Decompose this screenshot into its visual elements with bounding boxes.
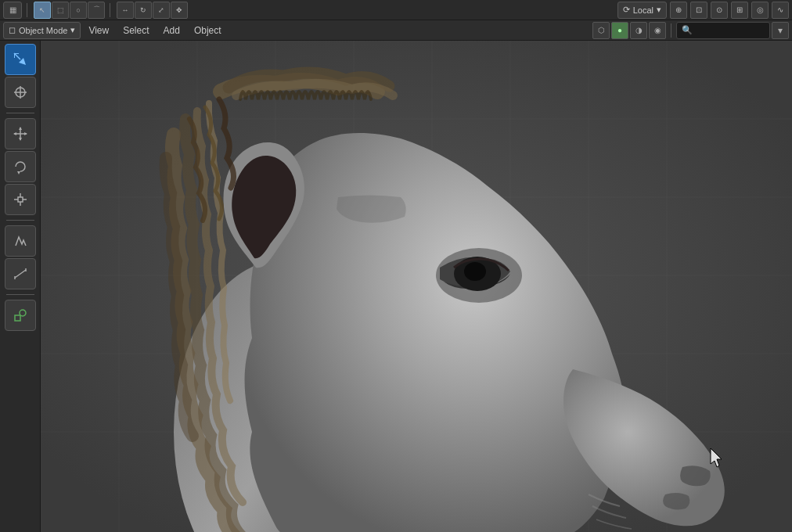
transform-orientation-dropdown[interactable]: ⟳ Local ▾ xyxy=(617,2,667,19)
toolbar-separator-3 xyxy=(6,294,34,295)
menu-add[interactable]: Add xyxy=(157,22,186,39)
scale-tool[interactable] xyxy=(5,184,36,215)
select-tools-group: ↖ ⬚ ○ ⌒ xyxy=(34,2,105,19)
svg-rect-19 xyxy=(15,315,20,321)
box-select-button[interactable]: ⬚ xyxy=(52,2,69,19)
move-tool[interactable] xyxy=(5,118,36,149)
solid-shading-button[interactable]: ● xyxy=(611,22,628,39)
cursor-tool[interactable] xyxy=(5,77,36,108)
viewport[interactable] xyxy=(41,41,792,532)
svg-line-16 xyxy=(15,270,26,278)
svg-marker-6 xyxy=(19,127,22,130)
editor-type-button[interactable]: ▦ xyxy=(3,2,22,19)
viewport-options-dropdown[interactable]: ▾ xyxy=(772,22,789,39)
animation-button[interactable]: ∿ xyxy=(772,2,789,19)
editor-icon: ▦ xyxy=(9,5,16,14)
svg-point-20 xyxy=(20,310,26,316)
menu-select[interactable]: Select xyxy=(117,22,155,39)
options-button-2[interactable]: ◎ xyxy=(751,2,769,19)
select-tool-button[interactable]: ↖ xyxy=(34,2,51,19)
left-toolbar xyxy=(0,41,41,532)
orientation-label: Local xyxy=(633,5,653,15)
mode-icon: ◻ xyxy=(9,25,16,35)
lasso-select-button[interactable]: ⌒ xyxy=(88,2,105,19)
orientation-icon: ⟳ xyxy=(623,5,630,15)
viewport-canvas xyxy=(41,41,792,532)
scale-tool-button[interactable]: ⤢ xyxy=(153,2,170,19)
transform-tools-group: ↔ ↻ ⤢ ✥ xyxy=(117,2,188,19)
proportional-edit-button[interactable]: ⊙ xyxy=(711,2,728,19)
top-bar: ▦ ↖ ⬚ ○ ⌒ ↔ ↻ ⤢ ✥ ⟳ Local ▾ ⊕ ⊡ ⊙ ⊞ ◎ ∿ xyxy=(0,0,792,20)
transform-pivot-button[interactable]: ⊕ xyxy=(670,2,687,19)
svg-marker-9 xyxy=(24,132,27,135)
transform-tool-button[interactable]: ✥ xyxy=(171,2,188,19)
wireframe-shading-button[interactable]: ⬡ xyxy=(592,22,610,39)
select-box-tool[interactable] xyxy=(5,44,36,75)
measure-tool[interactable] xyxy=(5,258,36,289)
mode-dropdown[interactable]: ◻ Object Mode ▾ xyxy=(3,22,81,39)
annotate-tool[interactable] xyxy=(5,225,36,257)
svg-marker-10 xyxy=(17,171,20,174)
svg-marker-8 xyxy=(13,132,16,135)
svg-rect-11 xyxy=(18,197,23,202)
svg-marker-7 xyxy=(19,138,22,141)
search-bar[interactable]: 🔍 xyxy=(676,22,770,39)
circle-select-button[interactable]: ○ xyxy=(70,2,87,19)
rotate-tool-button[interactable]: ↻ xyxy=(135,2,152,19)
options-button-1[interactable]: ⊞ xyxy=(731,2,748,19)
rotate-tool[interactable] xyxy=(5,151,36,182)
toolbar-separator-1 xyxy=(6,113,34,113)
mode-label: Object Mode xyxy=(19,26,67,35)
menu-bar: ◻ Object Mode ▾ View Select Add Object ⬡… xyxy=(0,20,792,41)
rendered-shading-button[interactable]: ◉ xyxy=(649,22,666,39)
menu-object[interactable]: Object xyxy=(188,22,228,39)
search-icon: 🔍 xyxy=(682,25,693,35)
mode-arrow: ▾ xyxy=(70,25,75,35)
menu-view[interactable]: View xyxy=(82,22,115,39)
toolbar-separator-2 xyxy=(6,220,34,221)
snap-button[interactable]: ⊡ xyxy=(690,2,707,19)
move-tool-button[interactable]: ↔ xyxy=(117,2,134,19)
orientation-arrow: ▾ xyxy=(657,5,661,15)
material-shading-button[interactable]: ◑ xyxy=(630,22,647,39)
add-primitive-tool[interactable] xyxy=(5,300,36,331)
svg-point-38 xyxy=(464,262,486,281)
